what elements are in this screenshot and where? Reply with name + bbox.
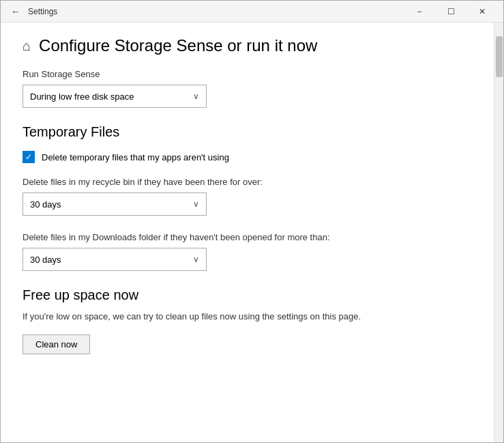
title-bar: ← Settings − ☐ ✕ [1, 1, 503, 23]
back-button[interactable]: ← [6, 2, 25, 21]
downloads-dropdown[interactable]: 30 days ∨ [23, 248, 207, 271]
run-storage-sense-section: Run Storage Sense During low free disk s… [23, 69, 472, 108]
chevron-down-icon: ∨ [193, 91, 199, 101]
page-header: ⌂ Configure Storage Sense or run it now [23, 36, 472, 55]
downloads-wrapper: Delete files in my Downloads folder if t… [23, 232, 472, 271]
window-controls: − ☐ ✕ [404, 1, 498, 23]
temporary-files-section: Temporary Files ✓ Delete temporary files… [23, 124, 472, 271]
delete-temp-files-label: Delete temporary files that my apps aren… [42, 152, 229, 162]
temporary-files-title: Temporary Files [23, 124, 472, 140]
clean-now-button[interactable]: Clean now [23, 334, 90, 354]
minimize-button[interactable]: − [404, 1, 435, 23]
free-up-space-title: Free up space now [23, 287, 472, 303]
home-icon: ⌂ [23, 38, 31, 54]
content-area: ⌂ Configure Storage Sense or run it now … [1, 23, 503, 442]
free-up-space-description: If you're low on space, we can try to cl… [23, 310, 472, 324]
back-icon: ← [11, 6, 20, 17]
close-button[interactable]: ✕ [466, 1, 498, 23]
recycle-bin-dropdown[interactable]: 30 days ∨ [23, 192, 207, 216]
downloads-label: Delete files in my Downloads folder if t… [23, 232, 472, 242]
maximize-button[interactable]: ☐ [435, 1, 466, 23]
run-storage-sense-dropdown[interactable]: During low free disk space ∨ [23, 85, 207, 108]
page-title: Configure Storage Sense or run it now [39, 36, 317, 55]
delete-temp-files-checkbox[interactable]: ✓ [23, 151, 35, 163]
recycle-bin-chevron-icon: ∨ [193, 199, 199, 209]
recycle-bin-label: Delete files in my recycle bin if they h… [23, 177, 472, 187]
window-title: Settings [28, 7, 404, 16]
downloads-chevron-icon: ∨ [193, 255, 199, 264]
scrollbar-thumb[interactable] [496, 36, 503, 77]
delete-temp-files-row: ✓ Delete temporary files that my apps ar… [23, 151, 472, 163]
scrollbar[interactable] [494, 23, 503, 442]
main-content: ⌂ Configure Storage Sense or run it now … [1, 23, 494, 442]
settings-window: ← Settings − ☐ ✕ ⌂ Configure Storage Sen… [0, 0, 504, 443]
checkmark-icon: ✓ [25, 153, 32, 161]
run-storage-sense-label: Run Storage Sense [23, 69, 472, 79]
free-up-space-section: Free up space now If you're low on space… [23, 287, 472, 354]
recycle-bin-value: 30 days [30, 199, 61, 210]
recycle-bin-wrapper: Delete files in my recycle bin if they h… [23, 177, 472, 216]
downloads-value: 30 days [30, 255, 61, 265]
run-storage-sense-value: During low free disk space [30, 91, 134, 102]
